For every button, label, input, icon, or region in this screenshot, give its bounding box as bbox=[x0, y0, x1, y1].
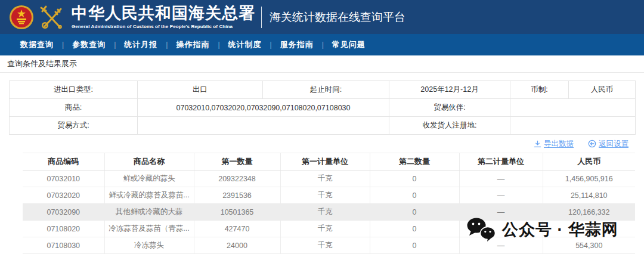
cell-unit2: — bbox=[459, 187, 543, 204]
cell-qty1: 427470 bbox=[194, 221, 280, 237]
cell-rmb: 1,456,905,916 bbox=[543, 171, 635, 187]
header-divider bbox=[261, 7, 262, 28]
cell-qty2: 0 bbox=[370, 187, 459, 204]
field-value-trade-mode bbox=[138, 117, 389, 135]
nav-item-monthly-report[interactable]: 统计月报 bbox=[116, 39, 166, 50]
cell-code: 07032020 bbox=[23, 187, 104, 204]
cell-unit1: 千克 bbox=[280, 171, 370, 187]
section-title: 查询条件及结果展示 bbox=[0, 55, 644, 73]
org-name: 中华人民共和国海关总署 bbox=[72, 5, 255, 21]
field-value-currency: 人民币 bbox=[569, 81, 636, 99]
cell-qty2: 0 bbox=[370, 237, 459, 254]
cell-code: 07108020 bbox=[23, 221, 104, 237]
national-emblem-icon bbox=[9, 5, 34, 30]
field-label-trade-mode: 贸易方式: bbox=[10, 117, 138, 135]
export-data-button[interactable]: 导出数据 bbox=[534, 139, 574, 149]
field-label-currency: 币制: bbox=[510, 81, 569, 99]
cell-name: 冷冻蒜头 bbox=[104, 237, 194, 254]
field-label-registration-place: 收发货人注册地: bbox=[389, 117, 510, 135]
table-actions: 导出数据 返回设置 bbox=[0, 136, 644, 151]
table-row: 07108030 冷冻蒜头 24000 千克 0 — 554,300 bbox=[23, 237, 635, 254]
cell-qty1: 10501365 bbox=[194, 204, 280, 221]
nav-item-faq[interactable]: 常见问题 bbox=[324, 39, 374, 50]
field-value-trade-partner bbox=[510, 99, 636, 117]
cell-qty1: 24000 bbox=[194, 237, 280, 254]
platform-title: 海关统计数据在线查询平台 bbox=[270, 10, 405, 25]
col-header-first-unit: 第一计量单位 bbox=[280, 153, 370, 171]
col-header-commodity-code: 商品编码 bbox=[23, 153, 104, 171]
cell-unit2: — bbox=[459, 204, 543, 221]
cell-name: 冷冻蒜苔及蒜苗（青蒜... bbox=[104, 221, 194, 237]
query-conditions-table: 进出口类型: 出口 起止时间: 2025年12月-12月 币制: 人民币 商品:… bbox=[9, 80, 636, 135]
cell-name: 鲜或冷藏的蒜头 bbox=[104, 171, 194, 187]
field-value-registration-place bbox=[510, 117, 636, 135]
col-header-first-quantity: 第一数量 bbox=[194, 153, 280, 171]
nav-item-operation-guide[interactable]: 操作指南 bbox=[168, 39, 218, 50]
field-value-time-range: 2025年12月-12月 bbox=[389, 81, 510, 99]
col-header-second-quantity: 第二数量 bbox=[370, 153, 459, 171]
download-icon bbox=[534, 140, 541, 148]
cell-qty1: 2391536 bbox=[194, 187, 280, 204]
cell-code: 07032090 bbox=[23, 204, 104, 221]
cell-unit1: 千克 bbox=[280, 237, 370, 254]
table-row: 07032020 鲜或冷藏的蒜苔及蒜苗... 2391536 千克 0 — 25… bbox=[23, 187, 635, 204]
condition-row: 进出口类型: 出口 起止时间: 2025年12月-12月 币制: 人民币 bbox=[10, 81, 636, 99]
field-label-commodity: 商品: bbox=[10, 99, 138, 117]
org-title-block: 中华人民共和国海关总署 General Administration of Cu… bbox=[72, 5, 255, 29]
cell-rmb: 120,166,332 bbox=[543, 204, 635, 221]
cell-rmb: 25,114,810 bbox=[543, 187, 635, 204]
cell-qty2: 0 bbox=[370, 171, 459, 187]
nav-item-statistics-system[interactable]: 统计制度 bbox=[220, 39, 270, 50]
cell-code: 07108030 bbox=[23, 237, 104, 254]
back-to-settings-button[interactable]: 返回设置 bbox=[588, 139, 628, 149]
cell-unit1: 千克 bbox=[280, 204, 370, 221]
org-name-en: General Administration of Customs of the… bbox=[72, 24, 255, 29]
nav-item-param-query[interactable]: 参数查询 bbox=[64, 39, 114, 50]
results-table: 商品编码 商品名称 第一数量 第一计量单位 第二数量 第二计量单位 人民币 07… bbox=[23, 153, 635, 254]
cell-name: 鲜或冷藏的蒜苔及蒜苗... bbox=[104, 187, 194, 204]
field-value-trade-direction: 出口 bbox=[138, 81, 263, 99]
nav-item-data-query[interactable]: 数据查询 bbox=[12, 39, 62, 50]
results-header-row: 商品编码 商品名称 第一数量 第一计量单位 第二数量 第二计量单位 人民币 bbox=[23, 153, 635, 171]
cell-unit2: — bbox=[459, 237, 543, 254]
field-label-trade-direction: 进出口类型: bbox=[10, 81, 138, 99]
back-arrow-icon bbox=[588, 140, 596, 148]
export-data-label: 导出数据 bbox=[544, 139, 574, 149]
field-label-trade-partner: 贸易伙伴: bbox=[389, 99, 510, 117]
nav-item-service-guide[interactable]: 服务指南 bbox=[272, 39, 322, 50]
cell-code: 07032010 bbox=[23, 171, 104, 187]
cell-qty2: 0 bbox=[370, 221, 459, 237]
cell-qty1: 209322348 bbox=[194, 171, 280, 187]
cell-rmb bbox=[543, 221, 635, 237]
col-header-rmb: 人民币 bbox=[543, 153, 635, 171]
customs-logo-icon bbox=[38, 4, 66, 31]
app-header: 中华人民共和国海关总署 General Administration of Cu… bbox=[0, 0, 644, 34]
cell-rmb: 554,300 bbox=[543, 237, 635, 254]
cell-unit2: — bbox=[459, 171, 543, 187]
table-row: 07032010 鲜或冷藏的蒜头 209322348 千克 0 — 1,456,… bbox=[23, 171, 635, 187]
col-header-commodity-name: 商品名称 bbox=[104, 153, 194, 171]
cell-unit2 bbox=[459, 221, 543, 237]
cell-qty2: 0 bbox=[370, 204, 459, 221]
main-nav: 数据查询 参数查询 统计月报 操作指南 统计制度 服务指南 常见问题 bbox=[0, 34, 644, 55]
cell-unit1: 千克 bbox=[280, 187, 370, 204]
col-header-second-unit: 第二计量单位 bbox=[459, 153, 543, 171]
field-label-time-range: 起止时间: bbox=[263, 81, 389, 99]
cell-name: 其他鲜或冷藏的大蒜 bbox=[104, 204, 194, 221]
cell-unit1: 千克 bbox=[280, 221, 370, 237]
condition-row: 商品: 07032010,07032020,07032090,07108020,… bbox=[10, 99, 636, 117]
table-row: 07108020 冷冻蒜苔及蒜苗（青蒜... 427470 千克 0 bbox=[23, 221, 635, 237]
table-row-highlighted: 07032090 其他鲜或冷藏的大蒜 10501365 千克 0 — 120,1… bbox=[23, 204, 635, 221]
condition-row: 贸易方式: 收发货人注册地: bbox=[10, 117, 636, 135]
back-to-settings-label: 返回设置 bbox=[599, 139, 628, 149]
field-value-commodity: 07032010,07032020,07032090,07108020,0710… bbox=[138, 99, 389, 117]
